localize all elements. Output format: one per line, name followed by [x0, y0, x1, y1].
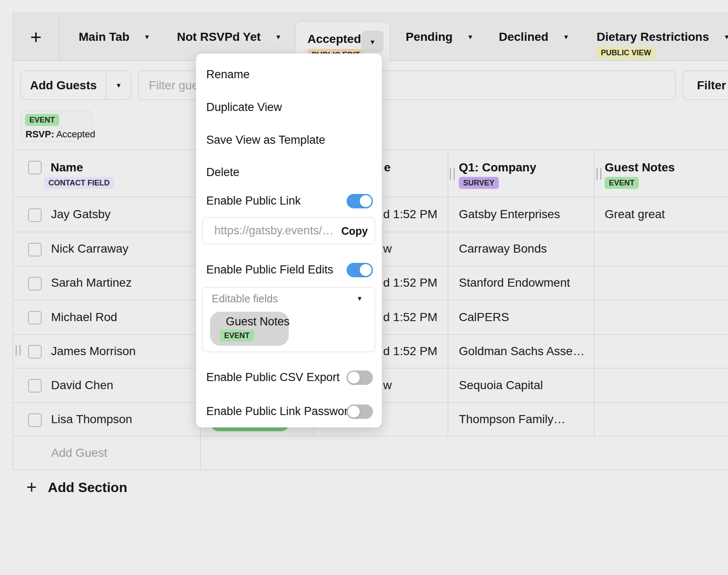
add-section-button[interactable]: + Add Section — [26, 476, 127, 498]
guest-name-cell[interactable]: Jay Gatsby — [51, 197, 111, 232]
editable-fields-placeholder: Editable fields — [212, 293, 278, 305]
menu-item-delete[interactable]: Delete — [206, 166, 239, 179]
chevron-down-icon: ▼ — [370, 39, 376, 45]
event-badge: EVENT — [220, 330, 254, 342]
app-window: + Main Tab ▼ Not RSVPd Yet ▼ Accepted ▼ … — [0, 0, 728, 575]
tab-pending[interactable]: Pending ▼ — [406, 13, 473, 61]
event-badge: EVENT — [25, 114, 59, 126]
view-options-menu: Rename Duplicate View Save View as Templ… — [196, 54, 382, 427]
column-divider — [594, 150, 594, 436]
filter-chip-field: RSVP: — [26, 129, 54, 139]
public-view-badge: PUBLIC VIEW — [597, 47, 655, 59]
tab-options-button[interactable]: ▼ — [361, 31, 384, 53]
editable-fields-box[interactable]: Editable fields ▼ Guest Notes EVENT — [202, 287, 375, 352]
filter-button[interactable]: Filter — [682, 71, 728, 100]
column-header-date-fragment[interactable]: e — [384, 161, 391, 174]
company-cell[interactable]: Goldman Sachs Asse… — [459, 334, 585, 368]
column-header-guest-notes[interactable]: Guest Notes — [605, 161, 675, 174]
csv-export-toggle[interactable] — [347, 370, 373, 385]
menu-item-save-view-as-template[interactable]: Save View as Template — [206, 134, 325, 147]
column-divider — [448, 150, 448, 436]
date-cell[interactable]: d 1:52 PM — [383, 266, 438, 300]
select-all-checkbox[interactable] — [28, 161, 42, 174]
column-header-name[interactable]: Name — [51, 161, 83, 174]
public-link-toggle[interactable] — [347, 194, 373, 208]
date-cell[interactable]: d 1:52 PM — [383, 334, 438, 368]
row-divider — [13, 436, 728, 436]
row-checkbox[interactable] — [28, 345, 42, 359]
guest-name-cell[interactable]: Michael Rod — [51, 300, 117, 334]
chevron-down-icon[interactable]: ▼ — [275, 34, 282, 40]
company-cell[interactable]: Stanford Endowment — [459, 266, 570, 300]
enable-public-field-edits-label: Enable Public Field Edits — [206, 263, 333, 276]
row-drag-handle[interactable] — [16, 345, 20, 356]
guest-notes-cell[interactable]: Great great — [605, 197, 665, 232]
tab-label: Pending — [406, 30, 452, 44]
tab-main-tab[interactable]: Main Tab ▼ — [79, 13, 150, 61]
contact-field-badge: CONTACT FIELD — [44, 177, 114, 189]
add-section-label: Add Section — [48, 480, 128, 495]
enable-public-csv-export-label: Enable Public CSV Export — [206, 371, 340, 384]
copy-button[interactable]: Copy — [341, 225, 368, 237]
company-cell[interactable]: Gatsby Enterprises — [459, 197, 560, 232]
toggle-knob — [360, 195, 372, 207]
company-cell[interactable]: Sequoia Capital — [459, 368, 543, 402]
chevron-down-icon[interactable]: ▼ — [144, 34, 150, 40]
add-guest-row[interactable]: Add Guest — [51, 436, 107, 470]
chevron-down-icon[interactable]: ▼ — [467, 34, 473, 40]
filter-button-label: Filter — [697, 79, 726, 92]
event-badge: EVENT — [605, 177, 639, 189]
panel-left-border — [13, 13, 13, 470]
row-checkbox[interactable] — [28, 277, 42, 290]
guest-name-cell[interactable]: James Morrison — [51, 334, 136, 368]
editable-field-chip[interactable]: Guest Notes EVENT — [210, 312, 289, 346]
chevron-down-icon[interactable]: ▼ — [724, 34, 728, 40]
chevron-down-icon[interactable]: ▼ — [356, 295, 363, 302]
plus-icon: + — [26, 478, 37, 496]
column-drag-handle[interactable] — [450, 168, 455, 180]
active-filter-chip[interactable]: EVENT RSVP: Accepted — [20, 111, 93, 142]
tab-label: Accepted — [307, 32, 361, 46]
company-cell[interactable]: Carraway Bonds — [459, 232, 547, 266]
company-cell[interactable]: Thompson Family… — [459, 402, 566, 436]
link-password-toggle[interactable] — [347, 404, 373, 419]
menu-item-duplicate-view[interactable]: Duplicate View — [206, 101, 282, 114]
column-header-company[interactable]: Q1: Company — [459, 161, 536, 174]
guest-name-cell[interactable]: Lisa Thompson — [51, 402, 132, 436]
tab-declined[interactable]: Declined ▼ — [499, 13, 569, 61]
guest-name-cell[interactable]: Sarah Martinez — [51, 266, 132, 300]
public-link-url: https://gatsby.events/… — [214, 224, 333, 237]
company-cell[interactable]: CalPERS — [459, 300, 509, 334]
toggle-knob — [360, 264, 372, 276]
tab-label: Not RSVPd Yet — [177, 30, 261, 44]
row-checkbox[interactable] — [28, 243, 42, 256]
filter-chip-value: Accepted — [56, 129, 95, 139]
row-checkbox[interactable] — [28, 379, 42, 393]
guest-name-cell[interactable]: Nick Carraway — [51, 232, 128, 266]
menu-item-rename[interactable]: Rename — [206, 68, 250, 81]
add-guests-split-button: Add Guests ▼ — [20, 71, 131, 100]
guest-name-cell[interactable]: David Chen — [51, 368, 113, 402]
enable-public-link-password-label: Enable Public Link Password — [206, 405, 354, 418]
tab-label: Dietary Restrictions — [597, 30, 709, 44]
add-guests-dropdown-button[interactable]: ▼ — [106, 71, 131, 100]
add-guests-button[interactable]: Add Guests — [21, 71, 106, 100]
public-link-url-box: https://gatsby.events/… Copy — [202, 217, 375, 244]
filter-chip-label: RSVP: Accepted — [26, 129, 95, 140]
row-checkbox[interactable] — [28, 311, 42, 325]
enable-public-link-label: Enable Public Link — [206, 194, 301, 208]
toggle-knob — [348, 406, 360, 418]
column-drag-handle[interactable] — [597, 168, 601, 180]
date-cell[interactable]: w — [383, 368, 392, 402]
row-checkbox[interactable] — [28, 413, 42, 427]
date-cell[interactable]: d 1:52 PM — [383, 300, 438, 334]
table-bottom-border — [13, 470, 728, 470]
tab-label: Declined — [499, 30, 549, 44]
date-cell[interactable]: d 1:52 PM — [383, 197, 438, 232]
row-checkbox[interactable] — [28, 208, 42, 222]
chevron-down-icon[interactable]: ▼ — [563, 34, 569, 40]
survey-badge: SURVEY — [459, 177, 499, 189]
date-cell[interactable]: w — [383, 232, 392, 266]
field-edits-toggle[interactable] — [347, 263, 373, 277]
new-tab-button[interactable]: + — [13, 13, 59, 61]
